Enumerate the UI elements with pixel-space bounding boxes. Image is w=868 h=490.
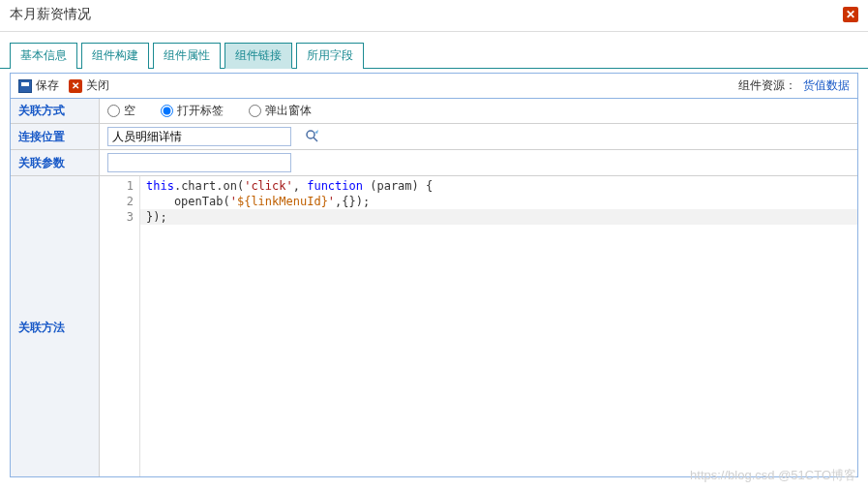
assoc-params-input[interactable] — [107, 153, 291, 172]
label-assoc-params: 关联参数 — [11, 150, 100, 175]
radio-none-input[interactable] — [107, 105, 120, 117]
form-area: 关联方式 空 打开标签 弹出窗体 连接位置 — [11, 99, 857, 476]
assoc-params-value — [100, 150, 857, 175]
radio-popup-label: 弹出窗体 — [265, 103, 312, 119]
label-assoc-method: 关联方法 — [11, 176, 100, 476]
code-editor[interactable]: 123 this.chart.on('click', function (par… — [100, 176, 857, 476]
dialog-title: 本月薪资情况 — [10, 6, 91, 23]
tab-basic-info[interactable]: 基本信息 — [10, 43, 77, 69]
code-area[interactable]: this.chart.on('click', function (param) … — [140, 176, 857, 476]
toolbar: 保存 ✕ 关闭 组件资源： 货值数据 — [11, 74, 857, 99]
code-gutter: 123 — [100, 176, 140, 476]
save-button-label: 保存 — [36, 77, 59, 94]
tab-component-props[interactable]: 组件属性 — [153, 43, 221, 69]
pick-link-icon[interactable] — [305, 129, 320, 144]
label-link-position: 连接位置 — [11, 124, 100, 149]
radio-tab-label: 打开标签 — [177, 103, 224, 119]
save-icon — [18, 79, 32, 93]
close-icon: ✕ — [69, 79, 82, 93]
radio-option-none[interactable]: 空 — [107, 103, 135, 119]
tab-label: 组件链接 — [235, 48, 282, 62]
tab-used-fields[interactable]: 所用字段 — [296, 43, 364, 69]
row-assoc-params: 关联参数 — [11, 150, 857, 176]
row-assoc-method: 关联方法 123 this.chart.on('click', function… — [11, 176, 857, 476]
tab-component-build[interactable]: 组件构建 — [81, 43, 149, 69]
tab-label: 组件属性 — [164, 48, 210, 62]
svg-point-0 — [307, 131, 314, 138]
content-panel: 保存 ✕ 关闭 组件资源： 货值数据 关联方式 空 打开标签 — [10, 73, 858, 477]
radio-tab-input[interactable] — [161, 105, 173, 117]
close-button-label: 关闭 — [86, 77, 109, 94]
titlebar: 本月薪资情况 ✕ — [0, 0, 868, 32]
close-dialog-button[interactable]: ✕ — [843, 7, 858, 22]
radio-option-tab[interactable]: 打开标签 — [161, 103, 224, 119]
link-position-input[interactable] — [107, 127, 291, 146]
label-assoc-mode: 关联方式 — [11, 99, 100, 123]
assoc-mode-radios: 空 打开标签 弹出窗体 — [100, 100, 857, 122]
radio-option-popup[interactable]: 弹出窗体 — [249, 103, 312, 119]
save-button[interactable]: 保存 — [18, 77, 59, 94]
radio-none-label: 空 — [124, 103, 135, 119]
radio-popup-input[interactable] — [249, 105, 261, 117]
tab-label: 基本信息 — [20, 48, 67, 62]
magnifier-icon — [305, 129, 320, 144]
tab-component-link[interactable]: 组件链接 — [224, 43, 292, 69]
row-link-position: 连接位置 — [11, 124, 857, 150]
tab-label: 组件构建 — [92, 48, 138, 62]
close-button[interactable]: ✕ 关闭 — [69, 77, 109, 94]
resource-link[interactable]: 货值数据 — [803, 78, 850, 92]
resource-label: 组件资源： — [738, 78, 796, 92]
row-assoc-mode: 关联方式 空 打开标签 弹出窗体 — [11, 99, 857, 124]
tab-strip: 基本信息 组件构建 组件属性 组件链接 所用字段 — [0, 32, 868, 69]
tab-label: 所用字段 — [307, 48, 353, 62]
link-position-value — [100, 124, 857, 149]
svg-line-1 — [314, 138, 317, 141]
resource-info: 组件资源： 货值数据 — [738, 77, 850, 94]
